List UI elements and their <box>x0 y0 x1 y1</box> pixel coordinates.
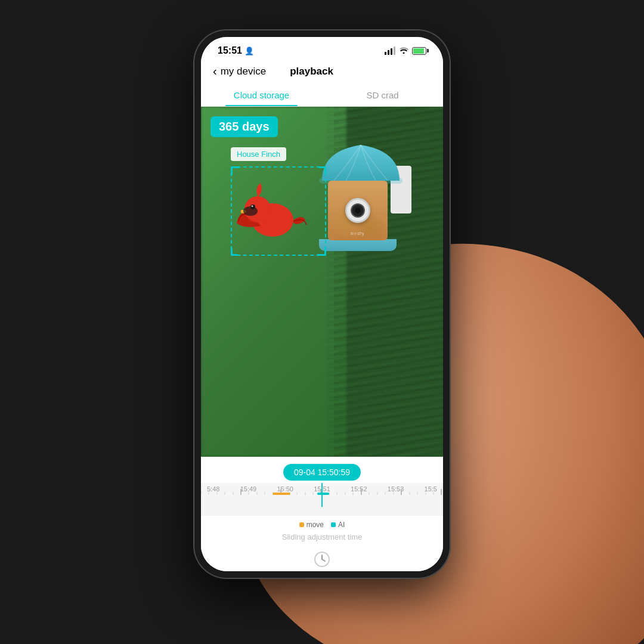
tab-sd-card[interactable]: SD crad <box>322 84 443 106</box>
phone-device: 15:51 👤 <box>194 30 450 578</box>
nav-bar: ‹ my device playback <box>201 61 443 84</box>
sliding-adjustment-text: Sliding adjustment time <box>201 531 443 547</box>
status-bar: 15:51 👤 <box>201 37 443 61</box>
legend-move: move <box>299 521 324 529</box>
clock-icon[interactable] <box>314 551 330 568</box>
detection-box: House Finch <box>231 166 326 256</box>
feeder-roof-icon <box>316 142 405 184</box>
tab-cloud-storage-label: Cloud storage <box>234 90 289 100</box>
person-icon: 👤 <box>244 47 254 55</box>
move-dot <box>299 522 304 527</box>
svg-rect-38 <box>317 493 329 495</box>
status-icons <box>385 46 426 55</box>
tab-bar: Cloud storage SD crad <box>201 84 443 107</box>
timestamp-area: 09-04 15:50:59 <box>201 457 443 483</box>
page-title: playback <box>290 66 333 78</box>
feeder-tray <box>319 239 397 251</box>
status-time: 15:51 👤 <box>218 45 254 56</box>
camera-lens <box>345 198 370 223</box>
playback-controls: 09-04 15:50:59 /*Inline SVG ticks render… <box>201 457 443 571</box>
bird-feeder: birdfy <box>316 142 400 261</box>
time-display: 15:51 <box>218 45 242 56</box>
signal-icon <box>385 47 395 55</box>
legend: move AI <box>201 516 443 531</box>
battery-icon <box>412 47 426 55</box>
days-badge: 365 days <box>210 116 278 137</box>
ai-dot <box>331 522 336 527</box>
video-area: 365 days <box>201 107 443 457</box>
timestamp-pill: 09-04 15:50:59 <box>283 464 361 481</box>
main-scene: 15:51 👤 <box>0 0 644 644</box>
svg-rect-37 <box>273 493 290 495</box>
feeder-body: birdfy <box>328 181 388 240</box>
back-label: my device <box>221 66 267 78</box>
wifi-icon <box>399 46 408 55</box>
tab-sd-card-label: SD crad <box>366 90 398 100</box>
tab-cloud-storage[interactable]: Cloud storage <box>201 84 322 106</box>
timeline-position-marker <box>321 483 323 507</box>
legend-move-label: move <box>306 521 324 529</box>
timeline-scrubber[interactable]: /*Inline SVG ticks rendered via CSS inst… <box>201 483 443 516</box>
legend-ai: AI <box>331 521 345 529</box>
chevron-left-icon: ‹ <box>213 64 217 78</box>
svg-line-41 <box>322 559 325 561</box>
legend-ai-label: AI <box>338 521 345 529</box>
back-button[interactable]: ‹ my device <box>213 64 266 78</box>
bird-species-label: House Finch <box>231 147 286 161</box>
clock-icon-area[interactable] <box>201 547 443 571</box>
